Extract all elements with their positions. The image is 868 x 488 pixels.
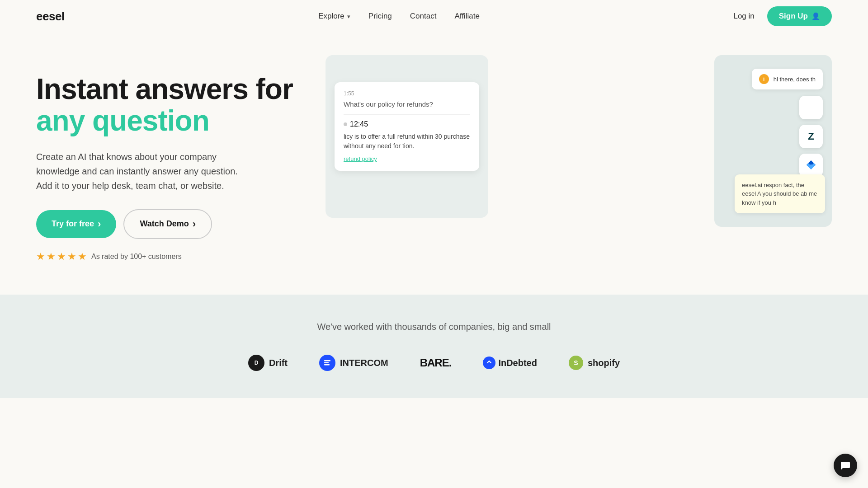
chat-answer-text: licy is to offer a full refund within 30…: [344, 132, 470, 151]
drift-name: Drift: [269, 358, 288, 368]
ui-illustration-container: 1:55 What's our policy for refunds? 12:4…: [326, 55, 832, 227]
right-panel: i hi there, does th Z: [714, 55, 832, 227]
intercom-app-icon: [799, 96, 823, 119]
svg-rect-5: [324, 364, 330, 366]
bare-logo: BARE.: [420, 357, 452, 369]
nav-pricing[interactable]: Pricing: [368, 12, 392, 20]
hero-left-content: Instant answers for any question Create …: [36, 60, 298, 263]
response-bubble: eesel.ai respon fact, the eesel A you sh…: [735, 174, 825, 214]
try-free-button[interactable]: Try for free: [36, 210, 116, 238]
star-4: ★: [67, 251, 76, 263]
chat-answer-time: 12:45: [344, 120, 470, 128]
star-1: ★: [36, 251, 45, 263]
indebted-logo-wrapper: InDebted: [483, 357, 537, 369]
chat-question: What's our policy for refunds?: [344, 100, 470, 108]
nav-contact[interactable]: Contact: [410, 12, 437, 20]
watch-demo-button[interactable]: Watch Demo: [123, 209, 212, 239]
chat-panel: 1:55 What's our policy for refunds? 12:4…: [326, 55, 488, 218]
person-icon: 👤: [811, 12, 820, 20]
shopify-svg: S: [571, 357, 581, 368]
jira-icon: [805, 159, 817, 172]
shopify-icon: S: [569, 356, 583, 370]
hero-title-line1: Instant answers for: [36, 73, 298, 105]
indebted-name: InDebted: [498, 358, 537, 368]
star-2: ★: [47, 251, 56, 263]
nav-affiliate[interactable]: Affiliate: [454, 12, 479, 20]
chat-support-button[interactable]: [834, 454, 857, 477]
hero-section: Instant answers for any question Create …: [0, 33, 868, 286]
shopify-name: shopify: [588, 358, 620, 368]
shopify-logo: S shopify: [569, 356, 620, 370]
right-message-text: hi there, does th: [774, 76, 816, 83]
app-icons-column: Z: [799, 96, 823, 177]
signup-button[interactable]: Sign Up 👤: [767, 6, 832, 26]
intercom-icon: [803, 101, 819, 115]
svg-point-6: [485, 359, 493, 367]
star-rating: ★ ★ ★ ★ ★: [36, 251, 87, 263]
intercom-logo-icon: [319, 355, 335, 371]
chat-dot: [344, 122, 347, 126]
hero-right-illustration: 1:55 What's our policy for refunds? 12:4…: [326, 55, 832, 227]
right-top-message: i hi there, does th: [752, 69, 823, 89]
hero-title-line2: any question: [36, 105, 298, 136]
hero-rating: ★ ★ ★ ★ ★ As rated by 100+ customers: [36, 251, 298, 263]
companies-logos-row: D Drift INTERCOM BARE.: [36, 355, 832, 371]
drift-logo: D Drift: [248, 355, 288, 371]
svg-rect-4: [324, 362, 329, 364]
answer-text: licy is to offer a full refund within 30…: [344, 133, 470, 150]
svg-rect-3: [324, 360, 330, 361]
zendesk-app-icon: Z: [799, 125, 823, 148]
star-5: ★: [78, 251, 87, 263]
chat-time-1: 1:55: [344, 90, 470, 97]
navbar: eesel Explore Pricing Contact Affiliate …: [0, 0, 868, 33]
intercom-name: INTERCOM: [340, 358, 388, 368]
chat-link[interactable]: refund policy: [344, 155, 377, 162]
intercom-logo: INTERCOM: [319, 355, 388, 371]
chat-divider: [344, 114, 470, 115]
companies-heading: We've worked with thousands of companies…: [36, 322, 832, 332]
brand-logo[interactable]: eesel: [36, 9, 65, 23]
zendesk-icon: Z: [808, 131, 814, 142]
companies-section: We've worked with thousands of companies…: [0, 295, 868, 398]
bare-name: BARE.: [420, 357, 452, 369]
login-link[interactable]: Log in: [733, 12, 754, 21]
jira-app-icon: [799, 154, 823, 177]
indebted-icon: [483, 357, 495, 369]
svg-text:D: D: [255, 360, 259, 366]
nav-right-actions: Log in Sign Up 👤: [733, 6, 832, 26]
hero-buttons: Try for free Watch Demo: [36, 209, 298, 239]
svg-text:S: S: [574, 359, 578, 366]
rating-text: As rated by 100+ customers: [91, 253, 182, 261]
indebted-svg: [485, 359, 493, 367]
signup-label: Sign Up: [779, 12, 808, 21]
nav-explore[interactable]: Explore: [318, 12, 350, 21]
hero-description: Create an AI that knows about your compa…: [36, 150, 253, 193]
drift-icon: D: [248, 355, 264, 371]
intercom-svg: [322, 358, 332, 368]
chat-support-icon: [840, 460, 851, 471]
star-3: ★: [57, 251, 66, 263]
orange-indicator: i: [759, 74, 769, 84]
chat-time-2: 12:45: [350, 120, 368, 128]
drift-svg: D: [251, 358, 261, 368]
chat-bubble: 1:55 What's our policy for refunds? 12:4…: [335, 82, 479, 171]
indebted-logo: InDebted: [483, 357, 537, 369]
